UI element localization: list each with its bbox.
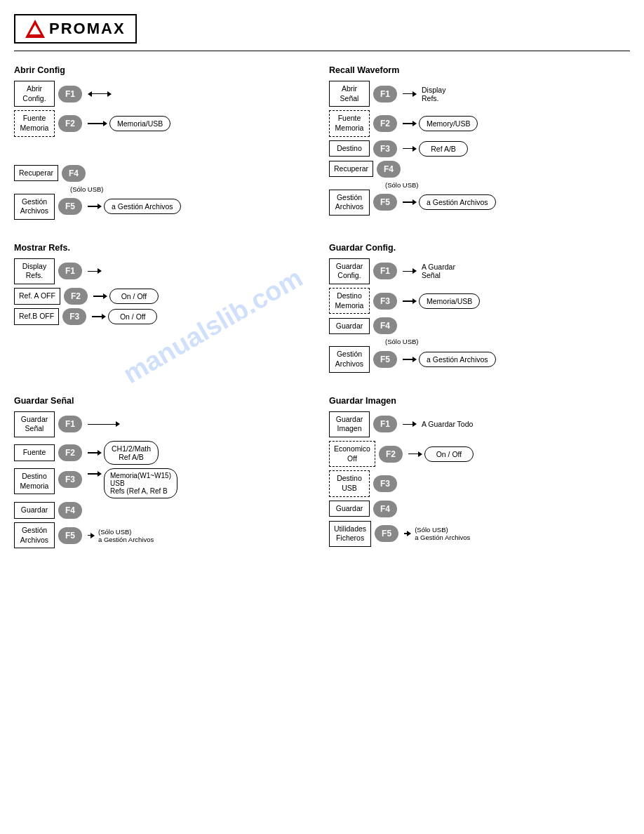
key-gestion-gs: GestiónArchivos [14,522,55,548]
guardar-imagen-row5: UtilidadesFicheros F5 (Sólo USB) a Gesti… [329,521,630,547]
recall-row4: Recuperar F4 [329,161,630,178]
key-guardar-gi: Guardar [329,501,370,517]
f1-guardar-imagen[interactable]: F1 [373,416,397,432]
mostrar-row2: Ref. A OFF F2 On / Off [14,288,315,305]
result-gs-5: (Sólo USB) a Gestión Archivos [98,528,154,543]
f5-guardar-imagen[interactable]: F5 [375,525,398,542]
key-guardar-gs: Guardar [14,502,55,519]
key-abrir-config: AbrirConfig. [14,81,55,107]
result-on-off-a: On / Off [109,289,159,304]
section-guardar-imagen: Guardar Imagen GuardarImagen F1 A Guarda… [329,396,630,552]
recall-row2: FuenteMemoria F2 Memory/USB [329,110,630,136]
section-mostrar-refs: Mostrar Refs. DisplayRefs. F1 Ref. A OFF… [14,243,315,376]
abrir-config-title: Abrir Config [14,65,315,75]
key-utilidades-ficheros: UtilidadesFicheros [329,521,371,547]
f3-guardar-imagen[interactable]: F3 [373,475,397,492]
guardar-config-row5: GestiónArchivos F5 a Gestión Archivos [329,346,630,372]
result-memoria-usb-gc: Memoria/USB [419,293,480,309]
abrir-config-row5: GestiónArchivos F5 a Gestión Archivos [14,194,315,220]
f2-mostrar[interactable]: F2 [64,288,88,305]
result-gestion-gi-text: a Gestión Archivos [415,534,470,541]
guardar-senal-row4: Guardar F4 [14,502,315,519]
mostrar-refs-title: Mostrar Refs. [14,243,315,253]
guardar-senal-row1: GuardarSeñal F1 [14,411,315,437]
arrow-gs-5 [88,533,95,538]
arrow-recall-1 [403,91,417,97]
guardar-senal-row5: GestiónArchivos F5 (Sólo USB) a Gestión … [14,522,315,548]
result-gestion-gc: a Gestión Archivos [419,352,496,367]
key-destino-mem-gc: DestinoMemoria [329,288,370,314]
result-ref-ab: Ref A/B [419,141,468,157]
guardar-config-row3: DestinoMemoria F3 Memoria/USB [329,288,630,314]
arrow-left-abrir [88,91,112,97]
f2-recall[interactable]: F2 [373,115,397,132]
note-solo-usb-gi: (Sólo USB) [415,526,470,534]
recall-waveform-title: Recall Waveform [329,65,630,75]
f5-btn[interactable]: F5 [58,198,82,215]
f4-guardar-config[interactable]: F4 [373,317,397,334]
result-on-off-b: On / Off [108,309,157,324]
key-display-refs: DisplayRefs. [14,258,55,284]
key-guardar-gc: Guardar [329,318,370,335]
f5-guardar-config[interactable]: F5 [373,351,397,368]
logo-text: PROMAX [49,20,126,38]
f4-guardar-imagen[interactable]: F4 [373,501,397,517]
mostrar-row1: DisplayRefs. F1 [14,258,315,284]
key-guardar-config: GuardarConfig. [329,258,370,284]
f4-guardar-senal[interactable]: F4 [58,502,82,519]
key-destino-mem-gs: DestinoMemoria [14,468,55,494]
guardar-config-row4: Guardar F4 [329,317,630,334]
note-solo-usb-gs: (Sólo USB) [98,528,154,536]
note-solo-usb-gc: (Sólo USB) [385,338,630,345]
key-destino-usb-gi: DestinoUSB [329,470,370,496]
f2-guardar-senal[interactable]: F2 [58,444,82,461]
result-memoria-usb: Memoria/USB [109,116,170,131]
key-gestion-recall: GestiónArchivos [329,190,370,216]
key-ref-b-off: Ref.B OFF [14,308,59,325]
result-gestion-recall: a Gestión Archivos [419,194,496,210]
f5-recall[interactable]: F5 [373,194,397,211]
guardar-imagen-row4: Guardar F4 [329,501,630,517]
key-recuperar-2: Recuperar [329,161,373,178]
f1-mostrar[interactable]: F1 [58,263,82,279]
abrir-config-row5-wrapper: (Sólo USB) GestiónArchivos F5 a Gestión … [14,185,315,220]
f2-guardar-imagen[interactable]: F2 [379,446,403,463]
guardar-imagen-row5-wrapper: UtilidadesFicheros F5 (Sólo USB) a Gesti… [329,521,630,547]
f4-recall[interactable]: F4 [377,161,401,178]
section-recall-waveform: Recall Waveform AbrirSeñal F1 DisplayRef… [329,65,630,223]
mostrar-row3: Ref.B OFF F3 On / Off [14,308,315,325]
guardar-senal-row3: DestinoMemoria F3 Memoria(W1~W15)USBRefs… [14,468,315,498]
arrow-gi-5 [404,531,411,536]
f1-recall[interactable]: F1 [373,86,397,102]
guardar-imagen-row1: GuardarImagen F1 A Guardar Todo [329,411,630,437]
key-recuperar-1: Recuperar [14,165,58,182]
key-destino-1: Destino [329,140,370,157]
result-memoria-w1-w15: Memoria(W1~W15)USBRefs (Ref A, Ref B [104,468,177,498]
key-gestion-1: GestiónArchivos [14,194,55,220]
arrow-guardar-config-1 [403,268,417,274]
f1-guardar-config[interactable]: F1 [373,263,397,279]
key-guardar-senal: GuardarSeñal [14,411,55,437]
f1-guardar-senal[interactable]: F1 [58,416,82,432]
arrow-gs-3 [88,471,102,477]
f1-btn[interactable]: F1 [58,86,82,102]
f3-mostrar[interactable]: F3 [62,308,86,325]
abrir-config-row2: FuenteMemoria F2 Memoria/USB [14,110,315,136]
f3-guardar-config[interactable]: F3 [373,293,397,310]
key-gestion-gc: GestiónArchivos [329,346,370,372]
result-memory-usb: Memory/USB [419,116,478,131]
arrow-gestion-1 [88,204,102,209]
header: PROMAX [14,14,630,51]
f3-guardar-senal[interactable]: F3 [58,471,82,488]
guardar-imagen-row3: DestinoUSB F3 [329,470,630,496]
arrow-mostrar-3 [92,314,106,319]
result-ch1-ref-ab: CH1/2/MathRef A/B [104,441,159,465]
f2-btn[interactable]: F2 [58,115,82,132]
f5-guardar-senal[interactable]: F5 [58,527,82,544]
f3-recall[interactable]: F3 [373,140,397,157]
f4-btn[interactable]: F4 [62,165,86,182]
note-solo-usb-1: (Sólo USB) [70,185,315,193]
arrow-gi-1 [403,421,417,427]
arrow-gi-2 [408,451,422,457]
key-economico-off: EconomicoOff [329,441,375,467]
